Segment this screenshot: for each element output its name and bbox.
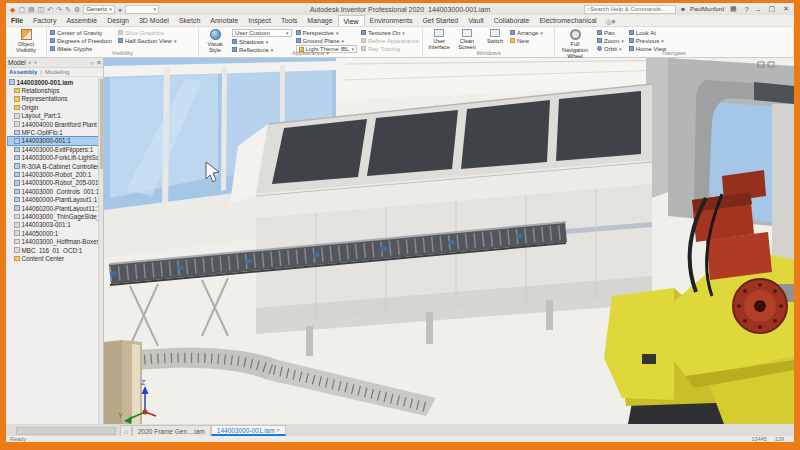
undo-icon[interactable]: ↶ — [47, 6, 53, 13]
close-button[interactable]: ✕ — [781, 5, 791, 13]
tree-item[interactable]: 144003000-ExitFlippers:1 — [8, 145, 103, 153]
pan-button[interactable]: Pan — [597, 29, 624, 36]
appearance-dropdown[interactable]: ▾ — [125, 5, 159, 14]
tree-item[interactable]: R-30iA B-Cabinet Controller v23:1 — [8, 162, 103, 170]
browser-tab-assembly[interactable]: Assembly — [9, 69, 37, 75]
tab-view[interactable]: View — [338, 15, 365, 26]
user-interface-button[interactable]: User Interface — [426, 28, 452, 50]
tree-item-label: 144050000:1 — [22, 230, 59, 237]
tree-item[interactable]: Content Center — [8, 254, 103, 262]
status-text: Ready — [6, 436, 26, 442]
tree-item[interactable]: Representations — [8, 95, 103, 103]
clean-screen-button[interactable]: Clean Screen — [454, 28, 480, 50]
help-icon[interactable]: ? — [743, 6, 751, 13]
switch-button[interactable]: Switch — [482, 28, 508, 50]
tree-item[interactable]: MBC_116_01_OCD:1 — [8, 246, 103, 254]
arrange-icon — [510, 30, 515, 35]
settings-icon[interactable]: ⚙ — [74, 6, 80, 13]
look-at-button[interactable]: Look At — [629, 29, 667, 36]
scrollbar-thumb[interactable] — [100, 79, 103, 169]
document-tab-active[interactable]: 144003000-001.iam× — [211, 425, 286, 436]
center-of-gravity-button[interactable]: Center of Gravity — [50, 29, 112, 36]
tree-item[interactable]: 144050000:1 — [8, 229, 103, 237]
tree-item[interactable]: 144003000_Hoffman-Boxes_001:1 — [8, 237, 103, 245]
tab-get-started[interactable]: Get Started — [417, 15, 463, 26]
browser-tab-modeling[interactable]: Modeling — [45, 69, 69, 75]
redo-icon[interactable]: ↷ — [56, 6, 62, 13]
restore-button[interactable]: ▢ — [767, 5, 778, 13]
material-dropdown[interactable]: Generic▾ — [83, 5, 115, 14]
tab-inspect[interactable]: Inspect — [243, 15, 276, 26]
help-search-box[interactable]: ⌕ — [584, 5, 676, 14]
folder-icon — [14, 96, 20, 102]
tree-item[interactable]: 144003000_Controls_001:1 — [8, 187, 103, 195]
main-area: Z Y Model × + ⌕ ≡ Assem — [6, 58, 794, 424]
new-window-button[interactable]: New — [510, 37, 543, 44]
new-file-icon[interactable]: ▢ — [18, 6, 25, 13]
inventor-logo[interactable]: ◆ — [10, 6, 15, 13]
tab-sketch[interactable]: Sketch — [174, 15, 205, 26]
cart-icon[interactable]: ▦ — [728, 5, 739, 13]
material-value: Generic — [86, 6, 107, 12]
home-tab[interactable]: ⌂ — [120, 425, 132, 436]
ribbon-group-windows: User Interface Clean Screen Switch Arran… — [423, 27, 555, 57]
tab-electromechanical[interactable]: Electromechanical — [534, 15, 601, 26]
tab-3d-model[interactable]: 3D Model — [134, 15, 174, 26]
tree-item[interactable]: Relationships — [8, 86, 103, 94]
tab-file[interactable]: File — [6, 15, 28, 26]
visual-style-combo[interactable]: User Custom▾ — [232, 29, 291, 37]
tab-manage[interactable]: Manage — [302, 15, 337, 26]
tree-item[interactable]: 144003003-001:1 — [8, 221, 103, 229]
ribbon: Object Visibility Center of Gravity Degr… — [6, 27, 794, 58]
tree-item-selected[interactable]: 144003000-001:1 — [8, 137, 103, 145]
perspective-button[interactable]: Perspective▾ — [296, 29, 357, 36]
browser-scrollbar[interactable] — [98, 77, 103, 424]
tab-collaborate[interactable]: Collaborate — [489, 15, 535, 26]
slice-graphics-button[interactable]: Slice Graphics — [118, 29, 176, 36]
ground-plane-button[interactable]: Ground Plane▾ — [296, 37, 357, 44]
tab-annotate[interactable]: Annotate — [205, 15, 243, 26]
tree-item[interactable]: MFC-OptiFlo:1 — [8, 128, 103, 136]
shadows-button[interactable]: Shadows▾ — [232, 38, 291, 45]
tab-tools[interactable]: Tools — [276, 15, 302, 26]
save-icon[interactable]: ◫ — [38, 6, 45, 13]
tab-factory[interactable]: Factory — [28, 15, 61, 26]
arrange-button[interactable]: Arrange▾ — [510, 29, 543, 36]
tree-item[interactable]: 144060200-PlantLayout11:1 — [8, 204, 103, 212]
minimize-button[interactable]: – — [755, 6, 763, 13]
close-icon[interactable]: × — [277, 427, 281, 433]
search-input[interactable] — [590, 6, 673, 12]
document-tab-frame-gen[interactable]: 2020 Frame Gen....iam — [132, 425, 211, 436]
tree-item[interactable]: 144060000-PlantLayout1:1 — [8, 195, 103, 203]
tree-item[interactable]: 144003000-Robot_200:1 — [8, 170, 103, 178]
sketch-icon[interactable]: ✎ — [65, 6, 71, 13]
browser-add-icon[interactable]: + — [34, 59, 38, 66]
tree-item[interactable]: 144004000 Brantford Plant Brep:1 — [8, 120, 103, 128]
tab-vault[interactable]: Vault — [463, 15, 488, 26]
group-label-appearance[interactable]: Appearance ▾ — [199, 49, 422, 57]
browser-close-icon[interactable]: × — [28, 59, 32, 66]
degrees-of-freedom-button[interactable]: Degrees of Freedom — [50, 37, 112, 44]
textures-on-button[interactable]: Textures On▾ — [361, 29, 419, 36]
tab-assemble[interactable]: Assemble — [61, 15, 102, 26]
half-section-view-button[interactable]: Half Section View▾ — [118, 37, 176, 44]
browser-search-icon[interactable]: ⌕ — [91, 59, 95, 67]
chevron-down-icon: ▾ — [266, 39, 269, 45]
tree-item[interactable]: 144003000-001.iam — [8, 78, 103, 86]
tree-item[interactable]: 144003000-ForkLift-LightScreen_001:1 — [8, 154, 103, 162]
tree-item[interactable]: Layout_Part:1 — [8, 112, 103, 120]
open-icon[interactable]: ▤ — [28, 6, 35, 13]
previous-view-button[interactable]: Previous▾ — [629, 37, 667, 44]
signed-in-username[interactable]: PaulMunford — [690, 6, 724, 12]
tree-item[interactable]: Origin — [8, 103, 103, 111]
tab-environments[interactable]: Environments — [365, 15, 418, 26]
tab-design[interactable]: Design — [102, 15, 134, 26]
object-visibility-button[interactable]: Object Visibility — [9, 28, 43, 53]
viewport-3d-scene[interactable]: Z Y — [6, 58, 794, 424]
zoom-button[interactable]: Zoom▾ — [597, 37, 624, 44]
ribbon-options-dropdown[interactable]: ◎▾ — [602, 18, 620, 26]
tree-item[interactable]: 144003000-Robot_205-001:1 — [8, 179, 103, 187]
tree-item[interactable]: 144003000_ThinGageSide_SubAssy-LAYO — [8, 212, 103, 220]
refine-appearance-button[interactable]: Refine Appearance — [361, 37, 419, 44]
browser-menu-icon[interactable]: ≡ — [97, 59, 101, 67]
